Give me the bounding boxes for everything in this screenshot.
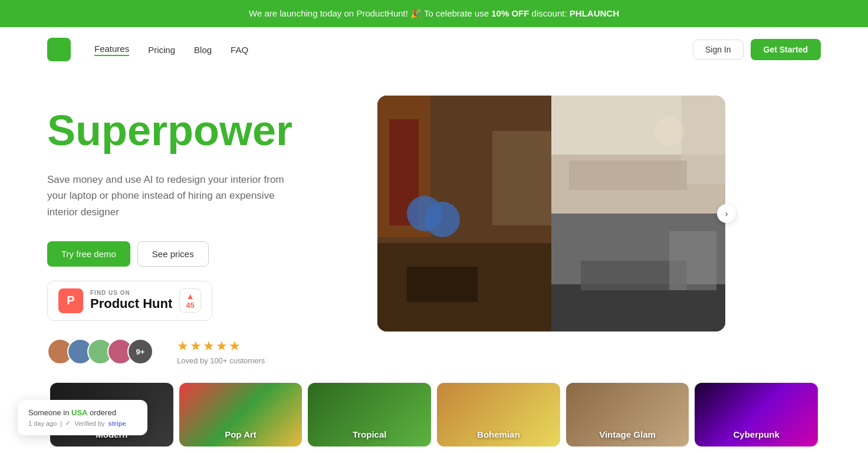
room-image-1 — [377, 96, 551, 331]
hero-left: Superpower Save money and use AI to rede… — [47, 96, 342, 365]
toast-meta: 1 day ago | ✓ Verified by stripe — [28, 419, 137, 427]
banner-text-prefix: We are launching today on ProductHunt! 🎉… — [249, 8, 491, 18]
banner-text-mid: discount: — [529, 8, 569, 18]
avatar-overflow-count: 9+ — [127, 339, 153, 365]
toast-message: Someone in USA ordered — [28, 408, 137, 417]
hero-section: Superpower Save money and use AI to rede… — [0, 72, 868, 383]
svg-rect-11 — [569, 160, 687, 190]
style-label-popart: Pop Art — [225, 429, 257, 439]
style-label-cyberpunk: Cyberpunk — [734, 429, 780, 439]
hero-title: Superpower — [47, 107, 342, 154]
try-demo-button[interactable]: Try free demo — [47, 241, 130, 267]
get-started-button[interactable]: Get Started — [751, 39, 821, 60]
svg-rect-14 — [551, 284, 725, 331]
upvote-arrow-icon: ▲ — [186, 291, 195, 301]
ph-name: Product Hunt — [90, 296, 172, 311]
star-icon: ★ — [229, 339, 241, 354]
svg-point-7 — [425, 202, 460, 237]
svg-rect-10 — [681, 96, 725, 184]
see-prices-button[interactable]: See prices — [137, 241, 209, 267]
star-rating: ★ ★ ★ ★ ★ — [177, 339, 241, 354]
toast-time: 1 day ago — [28, 420, 57, 427]
hero-image-container: › — [377, 96, 725, 331]
brand-logo[interactable] — [47, 38, 71, 61]
ph-find-label: FIND US ON — [90, 290, 172, 296]
nav-link-pricing[interactable]: Pricing — [148, 45, 175, 55]
toast-notification: Someone in USA ordered 1 day ago | ✓ Ver… — [18, 400, 147, 435]
nav-link-features[interactable]: Features — [94, 44, 129, 56]
separator: | — [60, 420, 62, 427]
banner-code: PHLAUNCH — [570, 8, 619, 18]
producthunt-icon: P — [58, 288, 83, 313]
social-proof: 9+ ★ ★ ★ ★ ★ Loved by 100+ customers — [47, 339, 342, 365]
signin-button[interactable]: Sign In — [693, 40, 744, 60]
style-label-tropical: Tropical — [353, 429, 387, 439]
toast-verified-text: Verified by — [74, 420, 104, 427]
room-image-2 — [551, 96, 725, 214]
toast-country: USA — [71, 408, 87, 417]
carousel-next-button[interactable]: › — [717, 204, 736, 223]
product-hunt-badge[interactable]: P FIND US ON Product Hunt ▲ 45 — [47, 281, 212, 321]
banner-discount: 10% OFF — [491, 8, 529, 18]
upvote-count: 45 — [186, 301, 194, 310]
svg-rect-16 — [669, 231, 716, 290]
loved-text: Loved by 100+ customers — [177, 356, 265, 365]
style-card-vintage[interactable]: Vintage Glam — [566, 383, 689, 447]
star-icon: ★ — [216, 339, 228, 354]
hero-description: Save money and use AI to redesign your i… — [47, 172, 295, 220]
avatar-group: 9+ — [47, 339, 153, 365]
ph-text-block: FIND US ON Product Hunt — [90, 290, 172, 311]
nav-right: Sign In Get Started — [693, 39, 821, 60]
style-card-cyberpunk[interactable]: Cyberpunk — [695, 383, 818, 447]
style-card-popart[interactable]: Pop Art — [179, 383, 303, 447]
style-card-bohemian[interactable]: Bohemian — [437, 383, 560, 447]
nav-logo-area: Features Pricing Blog FAQ — [47, 38, 248, 61]
star-icon: ★ — [177, 339, 189, 354]
style-label-vintage: Vintage Glam — [599, 429, 656, 439]
nav-links: Features Pricing Blog FAQ — [94, 44, 248, 56]
toast-prefix: Someone in — [28, 408, 71, 417]
hero-buttons: Try free demo See prices — [47, 241, 342, 267]
svg-point-12 — [655, 116, 684, 146]
svg-rect-4 — [492, 131, 551, 225]
room-image-3 — [551, 214, 725, 331]
svg-rect-5 — [407, 267, 478, 302]
style-label-bohemian: Bohemian — [477, 429, 520, 439]
nav-link-faq[interactable]: FAQ — [231, 45, 248, 55]
stars-section: ★ ★ ★ ★ ★ Loved by 100+ customers — [177, 339, 265, 365]
promo-banner: We are launching today on ProductHunt! 🎉… — [0, 0, 868, 27]
stripe-logo: stripe — [108, 420, 126, 427]
toast-suffix: ordered — [87, 408, 116, 417]
star-icon: ★ — [203, 339, 215, 354]
nav-link-blog[interactable]: Blog — [194, 45, 212, 55]
style-card-tropical[interactable]: Tropical — [308, 383, 431, 447]
navbar: Features Pricing Blog FAQ Sign In Get St… — [0, 27, 868, 72]
star-icon: ★ — [190, 339, 202, 354]
ph-upvote[interactable]: ▲ 45 — [179, 288, 200, 313]
hero-image-grid — [377, 96, 725, 331]
checkmark-icon: ✓ — [65, 419, 71, 427]
